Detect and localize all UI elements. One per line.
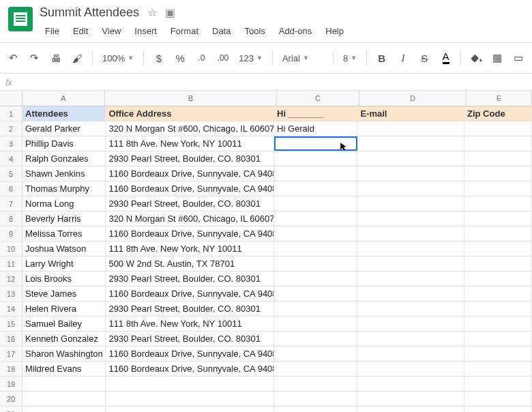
menu-help[interactable]: Help bbox=[320, 24, 349, 38]
cell-E15[interactable] bbox=[464, 317, 532, 331]
cell-D13[interactable] bbox=[357, 286, 464, 301]
cell-C18[interactable] bbox=[274, 362, 357, 376]
cell-C13[interactable] bbox=[274, 286, 357, 301]
cell-B7[interactable]: 2930 Pearl Street, Boulder, CO. 80301 bbox=[106, 196, 274, 211]
cell-B3[interactable]: 111 8th Ave. New York, NY 10011 bbox=[106, 136, 274, 151]
cell-B11[interactable]: 500 W 2nd St. Austin, TX 78701 bbox=[106, 256, 274, 271]
cell-A8[interactable]: Beverly Harris bbox=[23, 211, 106, 226]
cell-A11[interactable]: Larry Wright bbox=[23, 256, 106, 271]
cell-A5[interactable]: Shawn Jenkins bbox=[23, 166, 106, 181]
row-header[interactable]: 14 bbox=[0, 301, 23, 316]
cell-B14[interactable]: 2930 Pearl Street, Boulder, CO. 80301 bbox=[106, 301, 274, 316]
cell-A6[interactable]: Thomas Murphy bbox=[23, 181, 106, 196]
cell-B2[interactable]: 320 N Morgan St #600, Chicago, IL 60607 bbox=[106, 121, 274, 136]
row-header[interactable]: 16 bbox=[0, 332, 23, 346]
cell-A18[interactable]: Mildred Evans bbox=[23, 362, 106, 376]
cell-C2[interactable]: Hi Gerald bbox=[274, 121, 357, 136]
cell-D17[interactable] bbox=[357, 347, 464, 361]
cell-C19[interactable] bbox=[274, 377, 357, 391]
cell-C7[interactable] bbox=[274, 196, 357, 211]
sheet-grid[interactable]: A B C D E 1AttendeesOffice AddressHi ___… bbox=[0, 91, 532, 412]
cell-C5[interactable] bbox=[274, 166, 357, 181]
cell-B6[interactable]: 1160 Bordeaux Drive, Sunnyvale, CA 94089 bbox=[106, 181, 274, 196]
col-header-D[interactable]: D bbox=[359, 91, 467, 106]
cell-E11[interactable] bbox=[464, 256, 532, 271]
cell-C12[interactable] bbox=[274, 271, 357, 286]
percent-button[interactable]: % bbox=[173, 50, 188, 66]
cell-C6[interactable] bbox=[274, 181, 357, 196]
cell-A20[interactable] bbox=[23, 392, 106, 406]
cell-E10[interactable] bbox=[464, 241, 532, 256]
row-header[interactable]: 18 bbox=[0, 362, 23, 376]
cell-D7[interactable] bbox=[357, 196, 464, 211]
strikethrough-button[interactable]: S bbox=[417, 50, 432, 66]
cell-B20[interactable] bbox=[106, 392, 274, 406]
fontsize-dropdown[interactable]: 8 ▼ bbox=[340, 53, 359, 63]
cell-B17[interactable]: 1160 Bordeaux Drive, Sunnyvale, CA 94089 bbox=[106, 347, 274, 361]
cell-E17[interactable] bbox=[464, 347, 532, 361]
cell-A1[interactable]: Attendees bbox=[23, 106, 106, 121]
number-format-dropdown[interactable]: 123 ▼ bbox=[236, 53, 265, 63]
cell-E7[interactable] bbox=[464, 196, 532, 211]
select-all-corner[interactable] bbox=[0, 91, 23, 106]
redo-button[interactable]: ↷ bbox=[27, 50, 42, 66]
row-header[interactable]: 9 bbox=[0, 226, 23, 241]
row-header[interactable]: 21 bbox=[0, 407, 23, 412]
cell-B18[interactable]: 1160 Bordeaux Drive, Sunnyvale, CA 94089 bbox=[106, 362, 274, 376]
cell-D1[interactable]: E-mail bbox=[357, 106, 464, 121]
borders-button[interactable]: ▦ bbox=[489, 50, 505, 66]
zoom-dropdown[interactable]: 100% ▼ bbox=[100, 53, 136, 63]
formula-input[interactable] bbox=[25, 76, 532, 88]
cell-E20[interactable] bbox=[464, 392, 532, 406]
cell-A9[interactable]: Melissa Torres bbox=[23, 226, 106, 241]
paintformat-button[interactable]: 🖌 bbox=[70, 50, 85, 66]
col-header-E[interactable]: E bbox=[467, 91, 532, 106]
cell-A7[interactable]: Norma Long bbox=[23, 196, 106, 211]
star-icon[interactable]: ☆ bbox=[147, 6, 157, 19]
cell-D6[interactable] bbox=[357, 181, 464, 196]
folder-icon[interactable]: ▣ bbox=[165, 6, 175, 19]
menu-file[interactable]: File bbox=[40, 24, 65, 38]
font-dropdown[interactable]: Arial ▼ bbox=[280, 53, 326, 63]
cell-B10[interactable]: 111 8th Ave. New York, NY 10011 bbox=[106, 241, 274, 256]
fill-color-button[interactable] bbox=[468, 50, 484, 66]
cell-D4[interactable] bbox=[357, 151, 464, 166]
cell-C9[interactable] bbox=[274, 226, 357, 241]
cell-A13[interactable]: Steve James bbox=[23, 286, 106, 301]
cell-C20[interactable] bbox=[274, 392, 357, 406]
col-header-A[interactable]: A bbox=[23, 91, 105, 106]
cell-E19[interactable] bbox=[464, 377, 532, 391]
col-header-C[interactable]: C bbox=[277, 91, 359, 106]
cell-E2[interactable] bbox=[464, 121, 532, 136]
cell-E6[interactable] bbox=[464, 181, 532, 196]
row-header[interactable]: 10 bbox=[0, 241, 23, 256]
undo-button[interactable]: ↶ bbox=[5, 50, 21, 66]
dec-increase-button[interactable]: .00 bbox=[215, 50, 231, 66]
doc-title[interactable]: Summit Attendees bbox=[40, 5, 139, 20]
cell-A2[interactable]: Gerald Parker bbox=[23, 121, 106, 136]
row-header[interactable]: 12 bbox=[0, 271, 23, 286]
cell-A14[interactable]: Helen Rivera bbox=[23, 301, 106, 316]
row-header[interactable]: 11 bbox=[0, 256, 23, 271]
cell-D2[interactable] bbox=[357, 121, 464, 136]
cell-C15[interactable] bbox=[274, 317, 357, 331]
print-button[interactable]: 🖶 bbox=[48, 50, 64, 66]
cell-B12[interactable]: 2930 Pearl Street, Boulder, CO. 80301 bbox=[106, 271, 274, 286]
cell-A16[interactable]: Kenneth Gonzalez bbox=[23, 332, 106, 346]
italic-button[interactable]: I bbox=[395, 50, 411, 66]
cell-A21[interactable] bbox=[23, 407, 106, 412]
cell-D11[interactable] bbox=[357, 256, 464, 271]
cell-D19[interactable] bbox=[357, 377, 464, 391]
cell-E3[interactable] bbox=[464, 136, 532, 151]
row-header[interactable]: 3 bbox=[0, 136, 23, 151]
cell-E1[interactable]: Zip Code bbox=[464, 106, 532, 121]
cell-D9[interactable] bbox=[357, 226, 464, 241]
cell-E21[interactable] bbox=[464, 407, 532, 412]
cell-E4[interactable] bbox=[464, 151, 532, 166]
cell-B9[interactable]: 1160 Bordeaux Drive, Sunnyvale, CA 94089 bbox=[106, 226, 274, 241]
cell-C10[interactable] bbox=[274, 241, 357, 256]
cell-A3[interactable]: Phillip Davis bbox=[23, 136, 106, 151]
cell-B16[interactable]: 2930 Pearl Street, Boulder, CO. 80301 bbox=[106, 332, 274, 346]
cell-B5[interactable]: 1160 Bordeaux Drive, Sunnyvale, CA 94089 bbox=[106, 166, 274, 181]
row-header[interactable]: 19 bbox=[0, 377, 23, 391]
